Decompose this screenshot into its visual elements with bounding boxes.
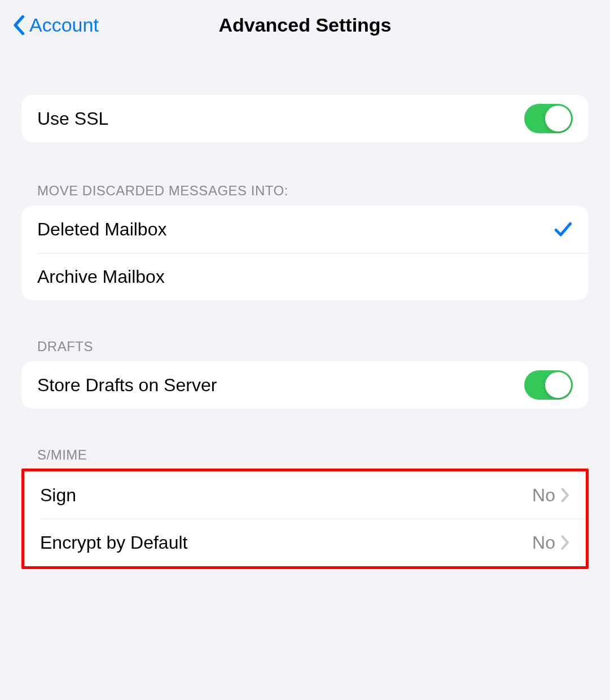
back-label: Account bbox=[29, 14, 99, 36]
sign-row[interactable]: Sign No bbox=[24, 471, 586, 519]
sign-label: Sign bbox=[40, 485, 76, 506]
store-drafts-row: Store Drafts on Server bbox=[21, 361, 589, 409]
store-drafts-label: Store Drafts on Server bbox=[37, 375, 217, 396]
deleted-mailbox-row[interactable]: Deleted Mailbox bbox=[21, 205, 589, 253]
use-ssl-label: Use SSL bbox=[37, 108, 108, 129]
toggle-knob bbox=[545, 372, 571, 398]
chevron-right-icon bbox=[561, 487, 570, 503]
encrypt-row[interactable]: Encrypt by Default No bbox=[24, 519, 586, 566]
drafts-group: Store Drafts on Server bbox=[21, 361, 589, 409]
store-drafts-toggle[interactable] bbox=[524, 370, 573, 400]
smime-group: Sign No Encrypt by Default No bbox=[24, 471, 586, 566]
drafts-section-header: DRAFTS bbox=[21, 339, 589, 361]
discarded-group: Deleted Mailbox Archive Mailbox bbox=[21, 205, 589, 300]
smime-highlight: Sign No Encrypt by Default No bbox=[21, 469, 589, 569]
discarded-section-header: MOVE DISCARDED MESSAGES INTO: bbox=[21, 183, 589, 205]
archive-mailbox-label: Archive Mailbox bbox=[37, 266, 165, 287]
smime-section-header: S/MIME bbox=[21, 447, 589, 470]
use-ssl-row: Use SSL bbox=[21, 95, 589, 142]
back-button[interactable]: Account bbox=[12, 14, 99, 36]
deleted-mailbox-label: Deleted Mailbox bbox=[37, 219, 166, 240]
ssl-group: Use SSL bbox=[21, 95, 589, 142]
checkmark-icon bbox=[554, 220, 573, 239]
navigation-bar: Account Advanced Settings bbox=[0, 0, 610, 50]
encrypt-label: Encrypt by Default bbox=[40, 532, 187, 553]
chevron-right-icon bbox=[561, 535, 570, 550]
use-ssl-toggle[interactable] bbox=[524, 104, 573, 133]
content-area: Use SSL MOVE DISCARDED MESSAGES INTO: De… bbox=[0, 50, 610, 569]
page-title: Advanced Settings bbox=[218, 14, 391, 36]
toggle-knob bbox=[545, 106, 571, 132]
encrypt-value: No bbox=[532, 532, 555, 553]
archive-mailbox-row[interactable]: Archive Mailbox bbox=[21, 253, 589, 300]
chevron-left-icon bbox=[12, 15, 25, 35]
sign-value: No bbox=[532, 485, 555, 506]
